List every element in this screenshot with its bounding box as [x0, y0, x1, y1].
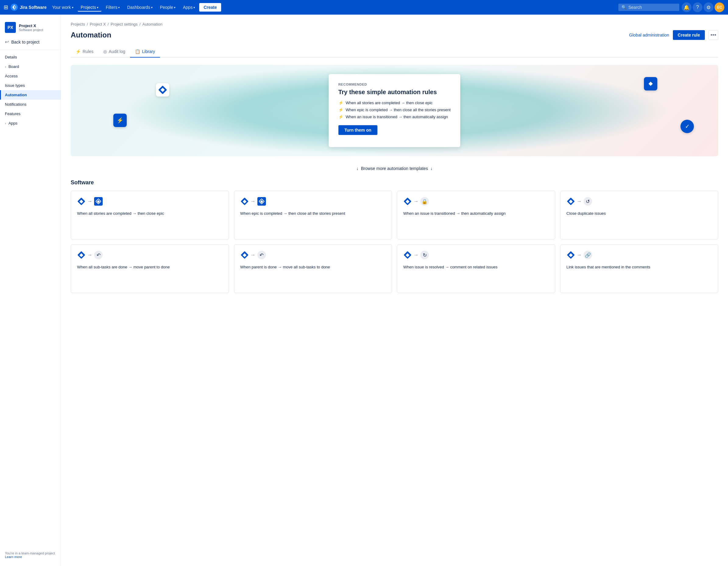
page-actions: Global administration Create rule ••• — [629, 30, 718, 40]
search-box[interactable]: 🔍 — [618, 4, 679, 11]
sidebar-bottom: You're in a team-managed project Learn m… — [0, 548, 61, 562]
card-text: When all stories are completed → then cl… — [77, 210, 223, 217]
start-icon — [567, 197, 575, 206]
learn-more-link[interactable]: Learn more — [5, 555, 22, 559]
automation-card[interactable]: → ↺ Close duplicate issues — [560, 191, 719, 239]
card-icons: → ↶ — [77, 251, 223, 259]
audit-icon: ◎ — [103, 49, 107, 54]
recommended-label: RECOMMENDED — [338, 83, 451, 86]
arrow-icon: → — [251, 252, 256, 258]
project-name: Project X — [19, 23, 43, 28]
end-icon: 🔗 — [584, 251, 592, 259]
global-administration-link[interactable]: Global administration — [629, 33, 669, 37]
nav-filters[interactable]: Filters ▾ — [103, 3, 123, 12]
logo-text: Jira Software — [20, 5, 47, 10]
help-button[interactable]: ? — [693, 2, 702, 12]
nav-items: Your work ▾ Projects ▾ Filters ▾ Dashboa… — [49, 3, 616, 12]
turn-them-on-button[interactable]: Turn them on — [338, 125, 377, 135]
topnav: ⊞ Jira Software Your work ▾ Projects ▾ F… — [0, 0, 728, 15]
app-layout: PX Project X Software project ↩ Back to … — [0, 0, 728, 566]
sidebar-item-apps[interactable]: › Apps — [0, 119, 61, 128]
sidebar-item-access[interactable]: Access — [0, 71, 61, 81]
decorative-icon-1 — [156, 83, 169, 97]
chevron-down-icon: ▾ — [72, 6, 73, 9]
user-avatar[interactable]: EC — [715, 2, 724, 12]
project-icon: PX — [5, 22, 16, 33]
start-icon — [403, 197, 412, 206]
automation-card[interactable]: → When epic is completed → then close al… — [234, 191, 392, 239]
sidebar-item-issue-types[interactable]: Issue types — [0, 81, 61, 90]
create-rule-button[interactable]: Create rule — [673, 30, 705, 40]
jira-logo-icon — [11, 4, 18, 11]
project-header: PX Project X Software project — [0, 18, 61, 37]
decorative-icon-4: ✓ — [680, 120, 694, 133]
grid-icon: ⊞ — [4, 4, 8, 11]
notifications-button[interactable]: 🔔 — [682, 2, 691, 12]
cards-grid-row2: → ↶ When all sub-tasks are done → move p… — [71, 244, 718, 293]
nav-people[interactable]: People ▾ — [157, 3, 179, 12]
nav-projects[interactable]: Projects ▾ — [78, 3, 102, 12]
automation-card[interactable]: → 🔒 When an issue is transitioned → then… — [397, 191, 555, 239]
automation-card[interactable]: → ↶ When parent is done → move all sub-t… — [234, 244, 392, 293]
rule-item: ⚡ When all stories are completed → then … — [338, 101, 451, 105]
chevron-down-icon: ▾ — [151, 6, 153, 9]
create-button[interactable]: Create — [199, 3, 221, 12]
software-section: Software → When all stories are complete… — [71, 179, 718, 293]
tab-library[interactable]: 📋 Library — [130, 46, 160, 58]
jira-logo[interactable]: Jira Software — [11, 4, 47, 11]
automation-card[interactable]: → ↶ When all sub-tasks are done → move p… — [71, 244, 229, 293]
hero-title: Try these simple automation rules — [338, 89, 451, 96]
start-icon — [77, 251, 86, 259]
breadcrumb-project-x[interactable]: Project X — [90, 22, 106, 27]
sidebar-item-board[interactable]: › Board — [0, 62, 61, 71]
sidebar-item-notifications[interactable]: Notifications — [0, 100, 61, 109]
arrow-icon: → — [251, 199, 256, 204]
arrow-down-icon: ↓ — [430, 166, 433, 171]
arrow-icon: → — [414, 252, 419, 258]
breadcrumb: Projects / Project X / Project settings … — [71, 22, 718, 27]
breadcrumb-projects[interactable]: Projects — [71, 22, 85, 27]
start-icon — [567, 251, 575, 259]
nav-apps[interactable]: Apps ▾ — [180, 3, 198, 12]
nav-your-work[interactable]: Your work ▾ — [49, 3, 76, 12]
tab-audit-log[interactable]: ◎ Audit log — [98, 46, 130, 58]
nav-dashboards[interactable]: Dashboards ▾ — [124, 3, 156, 12]
tab-rules[interactable]: ⚡ Rules — [71, 46, 98, 58]
back-to-project-button[interactable]: ↩ Back to project — [0, 37, 61, 47]
sidebar-item-details[interactable]: Details — [0, 52, 61, 62]
search-input[interactable] — [628, 5, 674, 10]
nav-icons: 🔔 ? ⚙ EC — [682, 2, 724, 12]
grid-menu-button[interactable]: ⊞ — [4, 4, 8, 11]
arrow-icon: → — [577, 252, 582, 258]
card-text: When parent is done → move all sub-tasks… — [240, 264, 386, 270]
more-options-button[interactable]: ••• — [709, 30, 718, 40]
automation-card[interactable]: → 🔗 Link issues that are mentioned in th… — [560, 244, 719, 293]
breadcrumb-project-settings[interactable]: Project settings — [111, 22, 138, 27]
arrow-down-icon: ↓ — [356, 166, 359, 171]
settings-button[interactable]: ⚙ — [704, 2, 713, 12]
start-icon — [240, 197, 249, 206]
automation-card[interactable]: → When all stories are completed → then … — [71, 191, 229, 239]
start-icon — [240, 251, 249, 259]
sidebar-item-features[interactable]: Features — [0, 109, 61, 119]
end-icon: 🔒 — [420, 197, 429, 206]
chevron-down-icon: ▾ — [118, 6, 120, 9]
card-text: When an issue is transitioned → then aut… — [403, 210, 549, 217]
cards-grid: → When all stories are completed → then … — [71, 191, 718, 239]
page-header: Automation Global administration Create … — [71, 30, 718, 40]
rule-item: ⚡ When epic is completed → then close al… — [338, 108, 451, 112]
browse-link[interactable]: ↓ Browse more automation templates ↓ — [71, 166, 718, 171]
decorative-icon-2: ⚡ — [113, 114, 127, 127]
project-type: Software project — [19, 28, 43, 32]
tabs: ⚡ Rules ◎ Audit log 📋 Library — [71, 46, 718, 58]
hero-section: ⚡ ✓ RECOMMENDED Try these simple automat… — [71, 65, 718, 156]
back-icon: ↩ — [5, 39, 9, 45]
automation-card[interactable]: → ↻ When issue is resolved → comment on … — [397, 244, 555, 293]
chevron-right-icon: › — [5, 65, 6, 69]
chevron-down-icon: ▾ — [174, 6, 175, 9]
project-info: Project X Software project — [19, 23, 43, 32]
sidebar-item-automation[interactable]: Automation — [0, 90, 61, 100]
lightning-icon: ⚡ — [338, 108, 343, 112]
rule-list: ⚡ When all stories are completed → then … — [338, 101, 451, 119]
end-icon: ↶ — [94, 251, 103, 259]
